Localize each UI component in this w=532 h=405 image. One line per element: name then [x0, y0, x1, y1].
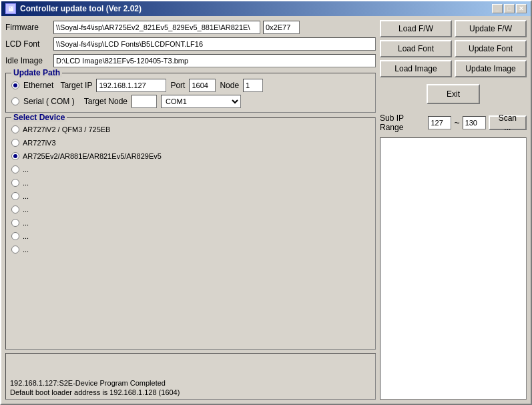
device-label-0: AR727iV2 / QFM3 / 725EB	[23, 125, 110, 133]
select-device-title: Select Device	[11, 113, 67, 122]
device-row-4: ...	[11, 177, 370, 189]
device-row-7: ...	[11, 217, 370, 229]
device-label-2: AR725Ev2/AR881E/AR821Ev5/AR829Ev5	[23, 152, 162, 160]
device-row-1: AR727iV3	[11, 137, 370, 149]
device-label-9: ...	[23, 246, 29, 254]
exit-btn-container: Exit	[380, 84, 527, 104]
device-radio-4[interactable]	[11, 179, 19, 187]
titlebar-left: 🖥 Controller update tool (Ver 2.02)	[5, 3, 142, 14]
device-radio-8[interactable]	[11, 232, 19, 240]
device-radio-6[interactable]	[11, 206, 19, 214]
device-row-9: ...	[11, 244, 370, 256]
device-row-0: AR727iV2 / QFM3 / 725EB	[11, 123, 370, 135]
scan-from-input[interactable]	[428, 116, 451, 129]
load-image-button[interactable]: Load Image	[380, 60, 452, 77]
device-row-6: ...	[11, 204, 370, 216]
minimize-button[interactable]: _	[492, 4, 503, 13]
scan-label: Sub IP Range	[380, 113, 425, 132]
update-font-button[interactable]: Update Font	[455, 40, 527, 57]
port-label: Port	[170, 81, 185, 90]
device-label-6: ...	[23, 206, 29, 214]
port-input[interactable]	[189, 79, 216, 92]
titlebar-controls: _ □ ✕	[492, 4, 527, 13]
firmware-label: Firmware	[5, 23, 51, 32]
scan-results	[380, 137, 527, 400]
main-window: 🖥 Controller update tool (Ver 2.02) _ □ …	[0, 0, 532, 405]
device-row-2: AR725Ev2/AR881E/AR821Ev5/AR829Ev5	[11, 150, 370, 162]
ethernet-label: Ethernet	[23, 81, 53, 90]
device-radio-7[interactable]	[11, 219, 19, 227]
font-button-row: Load Font Update Font	[380, 40, 527, 57]
serial-row: Serial ( COM ) Target Node COM1	[11, 95, 370, 108]
com-select[interactable]: COM1	[161, 95, 241, 108]
titlebar: 🖥 Controller update tool (Ver 2.02) _ □ …	[1, 1, 531, 16]
device-row-8: ...	[11, 230, 370, 242]
load-fw-button[interactable]: Load F/W	[380, 20, 452, 37]
device-radio-9[interactable]	[11, 246, 19, 254]
device-radio-0[interactable]	[11, 125, 19, 133]
firmware-input[interactable]	[53, 21, 260, 34]
device-row-5: ...	[11, 190, 370, 202]
idle-image-label: Idle Image	[5, 56, 51, 65]
scan-button[interactable]: Scan ...	[489, 115, 527, 130]
device-label-7: ...	[23, 219, 29, 227]
firmware-hex-input[interactable]	[263, 21, 300, 34]
idle-image-row: Idle Image	[5, 53, 376, 68]
select-device-group: Select Device AR727iV2 / QFM3 / 725EB AR…	[5, 117, 376, 350]
close-button[interactable]: ✕	[516, 4, 527, 13]
serial-label: Serial ( COM )	[23, 97, 75, 106]
window-title: Controller update tool (Ver 2.02)	[20, 4, 142, 13]
update-path-title: Update Path	[11, 68, 62, 77]
left-panel: Firmware LCD Font Idle Image Update Path	[5, 20, 376, 400]
device-radio-1[interactable]	[11, 139, 19, 147]
right-panel: Load F/W Update F/W Load Font Update Fon…	[380, 20, 527, 400]
device-label-4: ...	[23, 179, 29, 187]
app-icon: 🖥	[5, 3, 16, 14]
device-radio-5[interactable]	[11, 192, 19, 200]
scan-to-input[interactable]	[463, 116, 486, 129]
maximize-button[interactable]: □	[504, 4, 515, 13]
scan-area: Sub IP Range ~ Scan ...	[380, 113, 527, 132]
update-path-group: Update Path Ethernet Target IP Port Node	[5, 73, 376, 113]
lcd-font-label: LCD Font	[5, 39, 51, 49]
log-line-1: 192.168.1.127:S2E-Device Program Complet…	[10, 379, 371, 387]
target-node-input[interactable]	[131, 95, 157, 108]
log-area: 192.168.1.127:S2E-Device Program Complet…	[5, 353, 376, 400]
lcd-font-input[interactable]	[53, 37, 376, 51]
scan-tilde: ~	[454, 117, 459, 128]
fw-button-row: Load F/W Update F/W	[380, 20, 527, 37]
device-row-3: ...	[11, 163, 370, 175]
device-label-1: AR727iV3	[23, 139, 56, 147]
device-radio-3[interactable]	[11, 165, 19, 173]
image-button-row: Load Image Update Image	[380, 60, 527, 77]
target-node-label: Target Node	[84, 97, 127, 106]
main-content: Firmware LCD Font Idle Image Update Path	[1, 16, 531, 404]
lcd-font-row: LCD Font	[5, 37, 376, 51]
ethernet-row: Ethernet Target IP Port Node	[11, 79, 370, 92]
serial-radio[interactable]	[11, 97, 19, 105]
device-label-8: ...	[23, 232, 29, 240]
ethernet-radio[interactable]	[11, 81, 19, 89]
load-font-button[interactable]: Load Font	[380, 40, 452, 57]
target-ip-input[interactable]	[96, 79, 166, 92]
target-ip-label: Target IP	[60, 81, 92, 90]
firmware-row: Firmware	[5, 20, 376, 35]
idle-image-input[interactable]	[53, 54, 376, 67]
device-label-3: ...	[23, 165, 29, 173]
device-label-5: ...	[23, 192, 29, 200]
device-radio-2[interactable]	[11, 152, 19, 160]
exit-button[interactable]: Exit	[427, 84, 480, 104]
update-image-button[interactable]: Update Image	[455, 60, 527, 77]
node-input[interactable]	[243, 79, 263, 92]
node-label: Node	[220, 81, 239, 90]
update-path-content: Ethernet Target IP Port Node Serial ( CO…	[11, 79, 370, 108]
log-line-2: Default boot loader address is 192.168.1…	[10, 388, 371, 396]
update-fw-button[interactable]: Update F/W	[455, 20, 527, 37]
